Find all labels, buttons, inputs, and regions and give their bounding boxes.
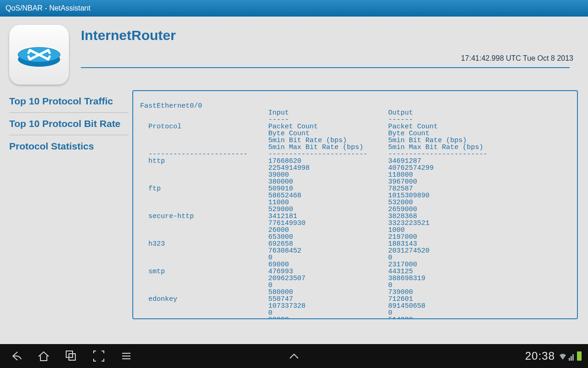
- signal-icon: [569, 352, 575, 361]
- sidebar-item-top10-traffic[interactable]: Top 10 Protocol Traffic: [9, 90, 129, 113]
- router-icon: [9, 25, 69, 85]
- output-text: FastEthernet0/0 Input Output ----- -----…: [136, 96, 574, 319]
- device-title: InternetRouter: [81, 28, 579, 43]
- divider: [81, 67, 570, 68]
- screenshot-icon[interactable]: [92, 349, 106, 363]
- android-nav-bar: 20:38: [0, 344, 588, 368]
- app-title: QoS/NBAR - NetAssistant: [6, 4, 90, 12]
- output-pane[interactable]: FastEthernet0/0 Input Output ----- -----…: [132, 90, 578, 319]
- sidebar-item-top10-bitrate[interactable]: Top 10 Protocol Bit Rate: [9, 113, 129, 135]
- sidebar: Top 10 Protocol Traffic Top 10 Protocol …: [0, 90, 129, 319]
- timestamp: 17:41:42.998 UTC Tue Oct 8 2013: [81, 54, 573, 63]
- back-icon[interactable]: [9, 349, 23, 363]
- content-area: InternetRouter 17:41:42.998 UTC Tue Oct …: [0, 17, 588, 344]
- status-icons[interactable]: [559, 351, 582, 361]
- expand-up-icon[interactable]: [287, 349, 301, 363]
- sidebar-item-protocol-stats[interactable]: Protocol Statistics: [9, 135, 129, 157]
- wifi-icon: [559, 352, 567, 361]
- battery-icon: [577, 351, 582, 361]
- clock: 20:38: [525, 350, 555, 362]
- menu-icon[interactable]: [119, 349, 133, 363]
- home-icon[interactable]: [37, 349, 51, 363]
- recent-apps-icon[interactable]: [64, 349, 78, 363]
- app-bar: QoS/NBAR - NetAssistant: [0, 0, 588, 17]
